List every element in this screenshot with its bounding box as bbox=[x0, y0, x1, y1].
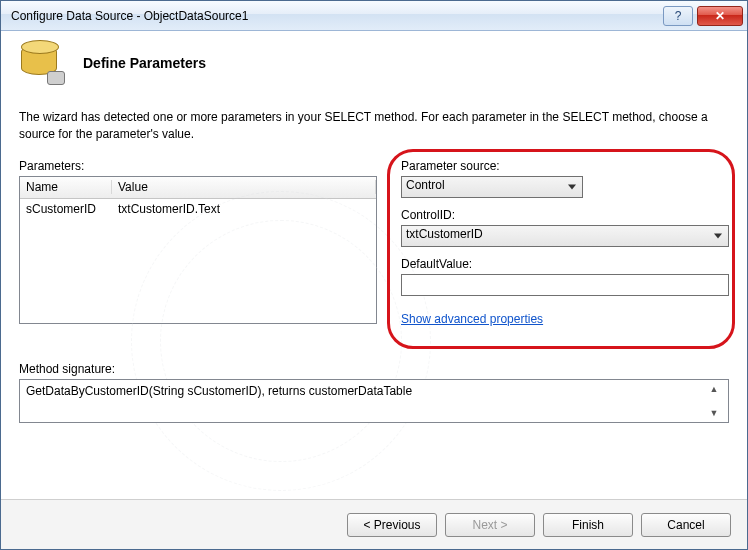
parameter-source-panel: Parameter source: Control ControlID: txt… bbox=[401, 159, 729, 326]
parameters-panel: Parameters: Name Value sCustomerID txtCu… bbox=[19, 159, 377, 324]
close-button[interactable]: ✕ bbox=[697, 6, 743, 26]
method-section: Method signature: GetDataByCustomerID(St… bbox=[19, 362, 729, 423]
col-name[interactable]: Name bbox=[20, 180, 112, 194]
cell-value: txtCustomerID.Text bbox=[112, 202, 376, 216]
columns: Parameters: Name Value sCustomerID txtCu… bbox=[19, 159, 729, 326]
description-text: The wizard has detected one or more para… bbox=[19, 109, 729, 143]
page-title: Define Parameters bbox=[83, 55, 206, 71]
database-icon bbox=[17, 39, 65, 87]
parameters-table[interactable]: Name Value sCustomerID txtCustomerID.Tex… bbox=[19, 176, 377, 324]
titlebar: Configure Data Source - ObjectDataSource… bbox=[1, 1, 747, 31]
parameter-source-dropdown[interactable]: Control bbox=[401, 176, 583, 198]
scroll-down-icon[interactable]: ▼ bbox=[710, 408, 719, 418]
footer: < Previous Next > Finish Cancel bbox=[1, 499, 747, 549]
cell-name: sCustomerID bbox=[20, 202, 112, 216]
content: Define Parameters The wizard has detecte… bbox=[1, 31, 747, 549]
parameter-source-label: Parameter source: bbox=[401, 159, 729, 173]
help-button[interactable]: ? bbox=[663, 6, 693, 26]
control-id-value: txtCustomerID bbox=[406, 227, 483, 241]
control-id-dropdown[interactable]: txtCustomerID bbox=[401, 225, 729, 247]
wizard-window: Configure Data Source - ObjectDataSource… bbox=[0, 0, 748, 550]
scroll-up-icon[interactable]: ▲ bbox=[710, 384, 719, 394]
table-header: Name Value bbox=[20, 177, 376, 199]
finish-button[interactable]: Finish bbox=[543, 513, 633, 537]
cancel-button[interactable]: Cancel bbox=[641, 513, 731, 537]
method-signature: GetDataByCustomerID(String sCustomerID),… bbox=[26, 384, 706, 398]
next-button: Next > bbox=[445, 513, 535, 537]
parameters-label: Parameters: bbox=[19, 159, 377, 173]
header: Define Parameters bbox=[1, 31, 747, 99]
method-signature-box: GetDataByCustomerID(String sCustomerID),… bbox=[19, 379, 729, 423]
parameter-source-value: Control bbox=[406, 178, 445, 192]
col-value[interactable]: Value bbox=[112, 180, 376, 194]
window-title: Configure Data Source - ObjectDataSource… bbox=[11, 9, 659, 23]
advanced-properties-link[interactable]: Show advanced properties bbox=[401, 312, 543, 326]
default-value-label: DefaultValue: bbox=[401, 257, 729, 271]
previous-button[interactable]: < Previous bbox=[347, 513, 437, 537]
default-value-input[interactable] bbox=[401, 274, 729, 296]
method-label: Method signature: bbox=[19, 362, 729, 376]
scrollbar[interactable]: ▲ ▼ bbox=[706, 384, 722, 418]
table-row[interactable]: sCustomerID txtCustomerID.Text bbox=[20, 199, 376, 219]
body: The wizard has detected one or more para… bbox=[1, 99, 747, 423]
control-id-label: ControlID: bbox=[401, 208, 729, 222]
